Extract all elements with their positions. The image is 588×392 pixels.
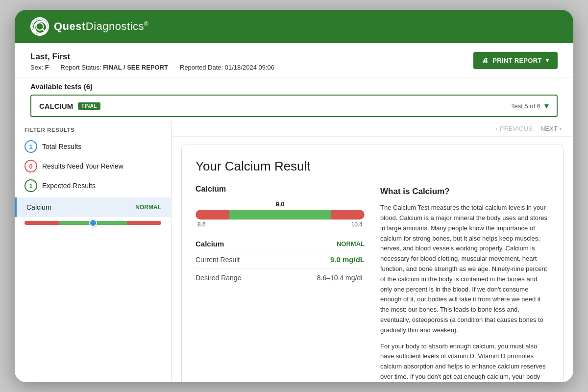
patient-header: Last, First Sex: F Report Status: FINAL … [15, 43, 573, 77]
chevron-right-icon: › [560, 125, 562, 132]
test-name-display: CALCIUM FINAL [39, 102, 100, 110]
range-red-left [196, 210, 229, 220]
range-green [229, 210, 331, 220]
info-paragraph-1: The Calcium Test measures the total calc… [380, 203, 549, 335]
desired-range-row: Desired Range 8.6–10.4 mg/dL [196, 269, 365, 287]
filter-expected-results[interactable]: 1 Expected Results [15, 176, 171, 196]
sidebar: FILTER RESULTS 1 Total Results 0 Results… [15, 121, 172, 382]
current-result-value: 9.0 mg/dL [330, 255, 365, 264]
range-bar [196, 210, 365, 220]
main-body: FILTER RESULTS 1 Total Results 0 Results… [15, 121, 573, 382]
result-left-column: Calcium 9.0 [196, 185, 365, 382]
svg-point-1 [36, 23, 43, 30]
info-paragraph-2: For your body to absorb enough calcium, … [380, 342, 549, 382]
expected-results-badge: 1 [24, 179, 37, 192]
needs-review-label: Results Need Your Review [42, 162, 123, 170]
result-right-column: What is Calcium? The Calcium Test measur… [380, 185, 549, 382]
previous-button[interactable]: ‹ PREVIOUS [495, 125, 533, 132]
available-tests-section: Available tests (6) CALCIUM FINAL Test 5… [15, 77, 573, 121]
sidebar-test-status: NORMAL [135, 204, 161, 211]
range-bar-container: 9.0 8.6 10.4 [196, 200, 365, 228]
sex-info: Sex: F [30, 64, 49, 71]
nav-bar: ‹ PREVIOUS NEXT › [172, 121, 573, 137]
dropdown-arrow-icon: ▾ [544, 100, 549, 111]
test-selector-dropdown[interactable]: CALCIUM FINAL Test 5 of 6 ▾ [30, 95, 558, 117]
top-bar: QuestDiagnostics® [15, 10, 573, 43]
needs-review-badge: 0 [24, 160, 37, 172]
patient-meta: Sex: F Report Status: FINAL / SEE REPORT… [30, 64, 274, 71]
print-icon: 🖨 [482, 57, 489, 64]
patient-info: Last, First Sex: F Report Status: FINAL … [30, 52, 274, 71]
calcium-row-header-label: Calcium [196, 240, 224, 248]
chevron-left-icon: ‹ [495, 125, 497, 132]
sidebar-slider-row [15, 217, 171, 233]
total-results-badge: 1 [24, 140, 37, 153]
current-result-row: Current Result 9.0 mg/dL [196, 250, 365, 269]
result-area: ‹ PREVIOUS NEXT › Your Calcium Result [172, 121, 573, 382]
desired-range-value: 8.6–10.4 mg/dL [317, 274, 365, 282]
expected-results-label: Expected Results [42, 182, 96, 190]
total-results-label: Total Results [42, 143, 81, 150]
svg-point-0 [33, 20, 47, 34]
result-title: Your Calcium Result [196, 159, 549, 174]
status-info: Report Status: FINAL / SEE REPORT [61, 64, 168, 71]
date-info: Reported Date: 01/18/2024 09:06 [180, 64, 274, 71]
svg-line-2 [42, 29, 45, 32]
range-bar-wrap [196, 210, 365, 220]
next-button[interactable]: NEXT › [540, 125, 562, 132]
content-area: Last, First Sex: F Report Status: FINAL … [15, 43, 573, 382]
info-title: What is Calcium? [380, 185, 549, 198]
range-low-label: 8.6 [197, 221, 206, 228]
sidebar-calcium-item[interactable]: Calcium NORMAL [15, 197, 171, 217]
status-badge: NORMAL [337, 240, 365, 247]
filter-total-results[interactable]: 1 Total Results [15, 137, 171, 156]
range-labels: 8.6 10.4 [196, 221, 365, 228]
result-card: Your Calcium Result Calcium 9.0 [181, 145, 564, 382]
sidebar-test-name: Calcium [26, 203, 51, 211]
quest-logo-icon [30, 17, 49, 36]
logo-text: QuestDiagnostics® [54, 20, 148, 33]
nav-buttons: ‹ PREVIOUS NEXT › [495, 125, 562, 132]
result-row-header: Calcium NORMAL [196, 236, 365, 250]
result-columns: Calcium 9.0 [196, 185, 549, 382]
range-red-right [331, 210, 365, 220]
available-tests-label: Available tests (6) [30, 82, 558, 91]
filter-label: FILTER RESULTS [15, 121, 171, 137]
range-value-label: 9.0 [196, 200, 365, 208]
range-high-label: 10.4 [351, 221, 363, 228]
current-result-label: Current Result [196, 256, 240, 264]
chevron-down-icon: ▾ [546, 57, 549, 64]
slider-track [24, 221, 161, 225]
patient-name: Last, First [30, 52, 274, 62]
logo-area: QuestDiagnostics® [30, 17, 148, 36]
test-counter: Test 5 of 6 ▾ [511, 100, 549, 111]
test-section-label: Calcium [196, 185, 365, 194]
desired-range-label: Desired Range [196, 274, 241, 282]
final-badge: FINAL [78, 102, 100, 110]
filter-needs-review[interactable]: 0 Results Need Your Review [15, 156, 171, 176]
slider-thumb [89, 219, 97, 227]
print-report-button[interactable]: 🖨 PRINT REPORT ▾ [473, 52, 558, 69]
